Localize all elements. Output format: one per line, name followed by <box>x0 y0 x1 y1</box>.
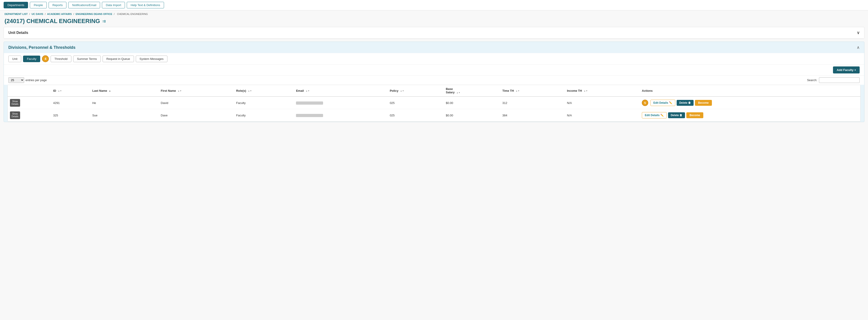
unit-details-header[interactable]: Unit Details ∨ <box>4 27 864 39</box>
breadcrumb-dept-list[interactable]: DEPARTMENT LIST <box>4 13 28 16</box>
nav-reports[interactable]: Reports <box>49 2 67 8</box>
cell-base-salary-2: $0.00 <box>443 109 500 122</box>
show-details-button-2[interactable]: ShowDetails <box>10 111 20 119</box>
sort-email-icon: ▲▼ <box>306 90 310 92</box>
cell-email-1 <box>294 96 388 109</box>
tab-summer-terms[interactable]: Summer Terms <box>73 56 101 62</box>
search-area: Search: <box>807 77 860 83</box>
page-title-area: (24017) CHEMICAL ENGINEERING ⇉ <box>0 16 868 27</box>
search-input[interactable] <box>819 77 860 83</box>
col-roles[interactable]: Role(s) ▲▼ <box>234 85 294 96</box>
cell-actions-2: Edit Details ✏️ Delete 🗑 Become <box>640 109 860 122</box>
page-title: (24017) CHEMICAL ENGINEERING <box>4 18 100 25</box>
tab-unit[interactable]: Unit <box>8 56 21 62</box>
cell-roles-2: Faculty <box>234 109 294 122</box>
sort-roles-icon: ▲▼ <box>248 90 252 92</box>
divisions-section: Divisions, Personnel & Thresholds ∧ Unit… <box>4 41 864 122</box>
nav-data-import[interactable]: Data Import <box>102 2 125 8</box>
cell-time-th-2: 384 <box>500 109 565 122</box>
divisions-label: Divisions, Personnel & Thresholds <box>8 45 75 50</box>
actions-row-1: 5 Edit Details ✏️ Delete 🗑 Become <box>642 100 858 106</box>
entries-per-page-select[interactable]: 25 50 100 <box>8 77 24 83</box>
cell-lastname-1: He <box>90 96 158 109</box>
cell-id-2: 325 <box>51 109 90 122</box>
nav-departments[interactable]: Departments <box>4 2 28 8</box>
faculty-table-wrap: ID ▲▼ Last Name ▲ First Name ▲▼ Role(s) … <box>7 85 861 122</box>
faculty-table: ID ▲▼ Last Name ▲ First Name ▲▼ Role(s) … <box>8 85 860 122</box>
cell-firstname-1: David <box>159 96 234 109</box>
cell-lastname-2: Sue <box>90 109 158 122</box>
breadcrumb: DEPARTMENT LIST / UC DAVIS / ACADEMIC AF… <box>0 10 868 16</box>
become-button-2[interactable]: Become <box>686 112 703 118</box>
breadcrumb-current: CHEMICAL ENGINEERING <box>117 13 148 16</box>
entries-per-page-label: entries per page <box>26 79 47 82</box>
unit-details-section: Unit Details ∨ <box>4 27 864 39</box>
divisions-header[interactable]: Divisions, Personnel & Thresholds ∧ <box>4 42 864 53</box>
top-nav: Departments People Reports Notifications… <box>0 0 868 10</box>
cell-show-details-1: ShowDetails <box>8 96 51 109</box>
sort-salary-icon: ▲▼ <box>456 91 460 94</box>
tab-faculty[interactable]: Faculty <box>23 56 40 62</box>
col-last-name[interactable]: Last Name ▲ <box>90 85 158 96</box>
cell-email-2 <box>294 109 388 122</box>
unit-details-label: Unit Details <box>8 31 28 35</box>
delete-button-2[interactable]: Delete 🗑 <box>668 112 685 118</box>
sort-incometh-icon: ▲▼ <box>584 90 588 92</box>
col-time-th[interactable]: Time TH ▲▼ <box>500 85 565 96</box>
nav-help-text[interactable]: Help Text & Definitions <box>127 2 164 8</box>
cell-show-details-2: ShowDetails <box>8 109 51 122</box>
faculty-count-badge: 4 <box>42 55 49 62</box>
step-5-badge: 5 <box>642 100 648 106</box>
faculty-toolbar: Add Faculty + <box>4 65 864 76</box>
cell-firstname-2: Dave <box>159 109 234 122</box>
col-income-th[interactable]: Income TH ▲▼ <box>565 85 640 96</box>
tab-request-queue[interactable]: Request in Queue <box>102 56 134 62</box>
table-row: ShowDetails 325 Sue Dave Faculty 025 $0.… <box>8 109 860 122</box>
tab-bar: Unit Faculty 4 Threshold Summer Terms Re… <box>4 53 864 65</box>
cell-time-th-1: 312 <box>500 96 565 109</box>
nav-notifications[interactable]: Notifications/Email <box>68 2 100 8</box>
col-policy[interactable]: Policy ▲▼ <box>388 85 443 96</box>
col-first-name[interactable]: First Name ▲▼ <box>159 85 234 96</box>
cell-income-th-2: N/A <box>565 109 640 122</box>
table-header-row: ID ▲▼ Last Name ▲ First Name ▲▼ Role(s) … <box>8 85 860 96</box>
unit-details-chevron: ∨ <box>857 30 860 35</box>
cell-policy-2: 025 <box>388 109 443 122</box>
cell-base-salary-1: $0.00 <box>443 96 500 109</box>
become-button-1[interactable]: Become <box>695 100 712 106</box>
search-label: Search: <box>807 79 817 82</box>
actions-row-2: Edit Details ✏️ Delete 🗑 Become <box>642 112 858 118</box>
table-row: ShowDetails 4291 He David Faculty 025 $0… <box>8 96 860 109</box>
add-faculty-button[interactable]: Add Faculty + <box>833 66 860 74</box>
edit-details-button-2[interactable]: Edit Details ✏️ <box>642 112 667 118</box>
entries-bar: 25 50 100 entries per page Search: <box>4 76 864 85</box>
breadcrumb-academic-affairs[interactable]: ACADEMIC AFFAIRS <box>47 13 72 16</box>
breadcrumb-uc-davis[interactable]: UC DAVIS <box>32 13 43 16</box>
blurred-email-1 <box>296 101 323 105</box>
cell-roles-1: Faculty <box>234 96 294 109</box>
sort-lastname-icon: ▲ <box>109 90 111 92</box>
cell-policy-1: 025 <box>388 96 443 109</box>
hierarchy-icon[interactable]: ⇉ <box>102 19 106 24</box>
col-show-details <box>8 85 51 96</box>
col-id[interactable]: ID ▲▼ <box>51 85 90 96</box>
sort-id-icon: ▲▼ <box>58 90 62 92</box>
cell-actions-1: 5 Edit Details ✏️ Delete 🗑 Become <box>640 96 860 109</box>
divisions-chevron: ∧ <box>857 45 860 50</box>
cell-income-th-1: N/A <box>565 96 640 109</box>
col-email[interactable]: Email ▲▼ <box>294 85 388 96</box>
nav-people[interactable]: People <box>30 2 46 8</box>
cell-id-1: 4291 <box>51 96 90 109</box>
sort-timeth-icon: ▲▼ <box>516 90 520 92</box>
show-details-button-1[interactable]: ShowDetails <box>10 99 20 107</box>
edit-details-button-1[interactable]: Edit Details ✏️ <box>650 100 675 106</box>
sort-policy-icon: ▲▼ <box>400 90 404 92</box>
sort-firstname-icon: ▲▼ <box>178 90 182 92</box>
tab-threshold[interactable]: Threshold <box>51 56 71 62</box>
delete-button-1[interactable]: Delete 🗑 <box>677 100 693 106</box>
col-actions: Actions <box>640 85 860 96</box>
entries-left: 25 50 100 entries per page <box>8 77 47 83</box>
breadcrumb-eng-deans[interactable]: ENGINEERING DEANS OFFICE <box>76 13 112 16</box>
tab-system-messages[interactable]: System Messages <box>136 56 167 62</box>
col-base-salary[interactable]: BaseSalary ▲▼ <box>443 85 500 96</box>
